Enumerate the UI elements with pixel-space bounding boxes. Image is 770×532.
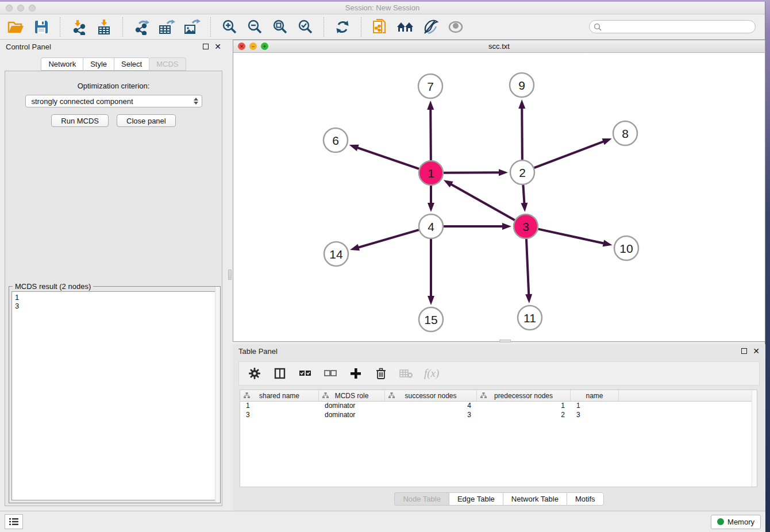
- network-graph[interactable]: 1234678910111415: [233, 53, 765, 341]
- graph-node-label: 8: [622, 127, 629, 140]
- graph-edge-2-8[interactable]: [534, 141, 605, 168]
- copy-network-icon: [372, 18, 388, 36]
- select-all-button[interactable]: [298, 366, 313, 381]
- zoom-selected-button[interactable]: [295, 17, 315, 37]
- delete-button[interactable]: [374, 366, 388, 381]
- column-header-name[interactable]: name: [571, 390, 619, 401]
- graph-node-label: 11: [523, 311, 536, 325]
- graph-edge-2-9[interactable]: [522, 107, 522, 160]
- home-icon: [396, 20, 414, 34]
- graph-edge-2-3[interactable]: [523, 185, 524, 205]
- table-cell[interactable]: 3: [571, 411, 619, 420]
- graph-edge-1-2[interactable]: [444, 172, 500, 173]
- save-icon: [34, 20, 49, 34]
- table-cell[interactable]: 1: [571, 402, 619, 411]
- graph-edge-3-10[interactable]: [538, 229, 605, 244]
- column-header-MCDS-role[interactable]: MCDS role: [319, 390, 385, 401]
- tab-network[interactable]: Network: [41, 57, 83, 71]
- tab-network-table[interactable]: Network Table: [503, 492, 567, 506]
- search-input[interactable]: [602, 22, 755, 32]
- table-cell[interactable]: dominator: [319, 411, 385, 420]
- tab-motifs[interactable]: Motifs: [567, 492, 604, 506]
- table-cell[interactable]: 2: [477, 411, 571, 420]
- graph-edge-3-1[interactable]: [450, 184, 515, 221]
- optimization-criterion-select[interactable]: strongly connected component: [25, 95, 202, 107]
- network-maximize-button[interactable]: +: [261, 43, 268, 50]
- close-table-panel-icon[interactable]: ✕: [753, 348, 760, 354]
- float-panel-icon[interactable]: [203, 44, 209, 49]
- search-icon: [594, 23, 602, 31]
- window-zoom-button[interactable]: [29, 5, 36, 11]
- import-network-button[interactable]: [68, 17, 89, 37]
- window-close-button[interactable]: [6, 5, 13, 11]
- window-minimize-button[interactable]: [17, 5, 24, 11]
- run-mcds-button[interactable]: Run MCDS: [51, 114, 109, 127]
- gear-button[interactable]: [247, 366, 262, 381]
- export-table-button[interactable]: [156, 17, 177, 37]
- open-file-button[interactable]: [6, 17, 26, 37]
- network-canvas[interactable]: 1234678910111415: [233, 53, 765, 341]
- refresh-button[interactable]: [332, 17, 353, 37]
- search-field[interactable]: [589, 20, 756, 33]
- tab-style[interactable]: Style: [83, 57, 114, 71]
- network-close-button[interactable]: ✕: [238, 43, 245, 50]
- zoom-fit-button[interactable]: [270, 17, 290, 37]
- table-cell[interactable]: 3: [240, 411, 319, 420]
- close-panel-icon[interactable]: ✕: [214, 44, 221, 49]
- copy-network-button[interactable]: [369, 17, 390, 37]
- export-network-icon: [133, 19, 149, 35]
- home-button[interactable]: [395, 17, 415, 37]
- result-scrollbar[interactable]: [215, 287, 220, 503]
- column-header-predecessor-nodes[interactable]: predecessor nodes: [477, 390, 571, 401]
- columns-button[interactable]: [272, 366, 287, 381]
- column-header-successor-nodes[interactable]: successor nodes: [385, 390, 477, 401]
- panel-splitter[interactable]: [227, 40, 233, 510]
- table-cell[interactable]: 1: [477, 402, 571, 411]
- graph-edge-1-7[interactable]: [430, 108, 431, 160]
- task-history-button[interactable]: [5, 514, 23, 529]
- mcds-result-text[interactable]: 1 3: [11, 291, 218, 500]
- network-resize-grip[interactable]: [499, 340, 511, 342]
- control-panel: Control Panel ✕ Network Style Select MCD…: [0, 40, 227, 510]
- tab-mcds[interactable]: MCDS: [149, 57, 186, 71]
- tab-select[interactable]: Select: [114, 57, 149, 71]
- graph-edge-3-11[interactable]: [526, 239, 529, 296]
- visual-style-button[interactable]: [420, 17, 441, 37]
- import-network-icon: [71, 19, 87, 35]
- export-network-button[interactable]: [131, 17, 152, 37]
- select-all-icon: [299, 369, 311, 377]
- toolbar-separator: [122, 17, 123, 37]
- close-panel-button[interactable]: Close panel: [117, 114, 176, 127]
- float-table-panel-icon[interactable]: [741, 348, 747, 354]
- eye-button[interactable]: [445, 17, 466, 37]
- function-builder-button[interactable]: f(x): [424, 366, 439, 381]
- column-type-icon: [244, 392, 250, 399]
- table-cell[interactable]: 1: [240, 402, 319, 411]
- graph-edge-4-14[interactable]: [357, 230, 418, 248]
- column-header-shared-name[interactable]: shared name: [240, 390, 319, 401]
- export-image-button[interactable]: [182, 17, 202, 37]
- deselect-all-button[interactable]: [323, 366, 338, 381]
- delete-table-button[interactable]: [399, 366, 414, 381]
- tab-node-table[interactable]: Node Table: [394, 492, 449, 506]
- add-column-button[interactable]: [348, 366, 363, 381]
- zoom-in-button[interactable]: [219, 17, 240, 37]
- table-row[interactable]: 1dominator411: [240, 402, 757, 411]
- graph-node-label: 4: [428, 220, 434, 233]
- memory-button[interactable]: Memory: [711, 515, 761, 529]
- table-cell[interactable]: 3: [385, 411, 477, 420]
- table-row[interactable]: 3dominator323: [240, 411, 757, 420]
- network-minimize-button[interactable]: −: [249, 43, 257, 50]
- tab-edge-table[interactable]: Edge Table: [449, 492, 503, 506]
- graph-edge-1-6[interactable]: [356, 147, 419, 169]
- table-scrollbar[interactable]: [752, 390, 757, 487]
- splitter-grip[interactable]: [228, 269, 232, 280]
- save-session-button[interactable]: [31, 17, 52, 37]
- zoom-out-button[interactable]: [244, 17, 265, 37]
- import-table-button[interactable]: [94, 17, 114, 37]
- table-cell[interactable]: dominator: [319, 402, 385, 411]
- edge-arrowhead: [525, 294, 532, 303]
- edge-arrowhead: [350, 244, 360, 251]
- column-type-icon: [322, 392, 329, 399]
- table-cell[interactable]: 4: [385, 402, 477, 411]
